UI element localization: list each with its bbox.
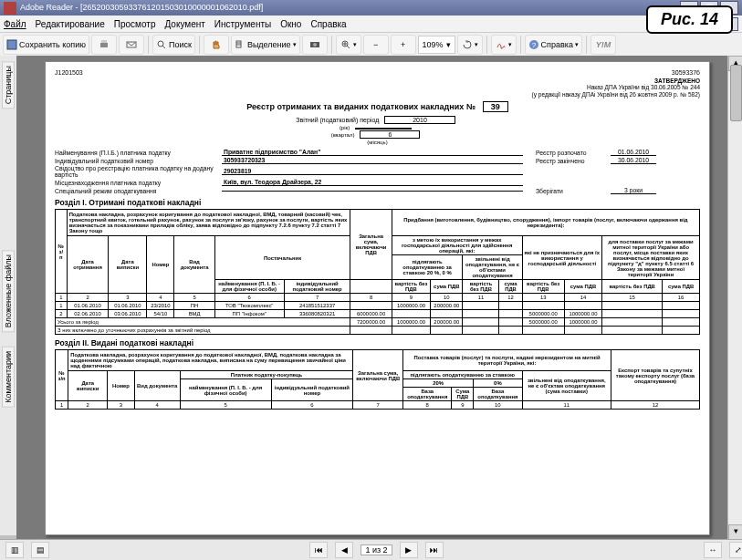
zoom-out-button[interactable]: −	[363, 35, 389, 55]
zoom-plus-button[interactable]: +	[391, 35, 416, 55]
save-copy-button[interactable]: Сохранить копию	[3, 35, 89, 55]
page-navigation-bar: ▥ ▤ ⏮ ◀ 1 из 2 ▶ ⏭ ↔ ⤢	[0, 539, 742, 560]
table-total-row: Усього за період7200000.001000000.002000…	[56, 318, 700, 327]
table-issued: № з/п Податкова накладна, розрахунок кор…	[55, 349, 700, 410]
hand-button[interactable]	[204, 35, 229, 55]
first-page-button[interactable]: ⏮	[309, 542, 328, 558]
sidebar-tab-attachments[interactable]: Вложенные файлы	[2, 250, 15, 332]
page-number-field[interactable]: 1 из 2	[361, 544, 392, 555]
email-button[interactable]	[119, 35, 144, 55]
next-page-button[interactable]: ▶	[400, 542, 418, 558]
sidebar-tab-pages[interactable]: Страницы	[2, 61, 15, 109]
sign-button[interactable]	[491, 35, 517, 55]
figure-label: Рис. 14	[646, 5, 733, 34]
table-incl-row: З них включено до уточнюючих розрахунків…	[56, 327, 700, 335]
svg-rect-1	[100, 43, 108, 47]
rotate-button[interactable]	[457, 35, 483, 55]
scroll-down-arrow[interactable]: ▾	[728, 524, 742, 540]
svg-rect-2	[101, 40, 107, 43]
table-row: 101.06.201001.06.201023/2010ПНТОВ "Техко…	[56, 302, 700, 310]
doc-code-left: J1201503	[55, 69, 83, 76]
search-button[interactable]: Поиск	[152, 35, 195, 55]
print-button[interactable]	[91, 35, 117, 55]
snapshot-button[interactable]	[302, 35, 328, 55]
fit-page-button[interactable]: ⤢	[729, 542, 742, 558]
table-row: 202.06.201003.06.201054/10ВМДПП "Інфоком…	[56, 310, 700, 318]
approval-block: ЗАТВЕРДЖЕНО Наказ ДПА України від 30.06.…	[55, 78, 700, 98]
section2-title: Розділ ІІ. Видані податкові накладні	[55, 338, 700, 347]
registry-number: 39	[483, 101, 508, 112]
menu-help[interactable]: Справка	[310, 19, 346, 29]
last-page-button[interactable]: ⏭	[425, 542, 444, 558]
document-view: J1201503 30593376 ЗАТВЕРДЖЕНО Наказ ДПА …	[16, 56, 742, 540]
help-button[interactable]: ?Справка	[525, 35, 582, 55]
layout-mode-button[interactable]: ▥	[5, 542, 24, 558]
layout-mode-button-2[interactable]: ▤	[31, 542, 49, 558]
menu-bar: Файл Редактирование Просмотр Документ Ин…	[0, 16, 742, 33]
select-button[interactable]: Выделение	[231, 35, 300, 55]
window-title: Adobe Reader - [265200305933761201503010…	[20, 0, 263, 16]
menu-edit[interactable]: Редактирование	[36, 19, 105, 29]
doc-code-right: 30593376	[672, 69, 700, 76]
taxpayer-info: Найменування (П.І.Б.) платника податкуПр…	[55, 149, 700, 194]
zoom-in-button[interactable]	[336, 35, 361, 55]
fit-width-button[interactable]: ↔	[704, 542, 722, 558]
table-received: № з/п Податкова накладна, розрахунок кор…	[55, 209, 700, 335]
menu-file[interactable]: Файл	[4, 19, 26, 29]
scroll-thumb[interactable]	[730, 65, 742, 121]
zoom-combo[interactable]: 109%▾	[418, 36, 455, 54]
app-icon	[4, 2, 16, 15]
period-row: Звітний (податковий) період 2010(рік) (к…	[55, 116, 700, 145]
pdf-page: J1201503 30593376 ЗАТВЕРДЖЕНО Наказ ДПА …	[45, 61, 710, 535]
menu-document[interactable]: Документ	[164, 19, 204, 29]
vertical-scrollbar[interactable]: ▴ ▾	[727, 56, 742, 540]
menu-view[interactable]: Просмотр	[114, 19, 156, 29]
svg-line-10	[347, 46, 350, 48]
registry-title: Реєстр отриманих та виданих податкових н…	[55, 101, 700, 112]
prev-page-button[interactable]: ◀	[335, 542, 353, 558]
section1-title: Розділ І. Отримані податкові накладні	[55, 198, 700, 207]
svg-line-5	[162, 46, 165, 48]
title-bar: Adobe Reader - [265200305933761201503010…	[0, 0, 742, 16]
svg-point-8	[313, 43, 317, 47]
menu-tools[interactable]: Инструменты	[214, 19, 271, 29]
toolbar: Сохранить копию Поиск Выделение − + 109%…	[0, 33, 742, 57]
menu-window[interactable]: Окно	[280, 19, 301, 29]
sidebar-tab-comments[interactable]: Комментарии	[2, 347, 15, 408]
svg-text:?: ?	[531, 41, 536, 49]
svg-rect-0	[7, 40, 16, 49]
sidebar: Страницы Вложенные файлы Комментарии	[0, 56, 17, 535]
brand-button[interactable]: Y!M	[590, 35, 616, 55]
